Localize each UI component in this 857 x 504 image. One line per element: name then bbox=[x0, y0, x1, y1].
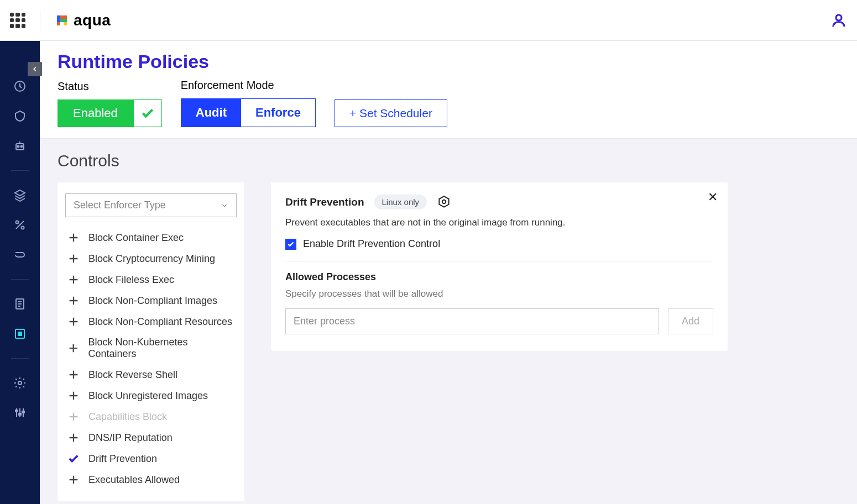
enforcer-type-select[interactable]: Select Enforcer Type bbox=[65, 193, 237, 217]
topbar-divider bbox=[40, 10, 40, 31]
topbar: aqua bbox=[0, 0, 857, 41]
plus-icon bbox=[67, 232, 80, 244]
plus-icon bbox=[67, 474, 80, 486]
status-group: Status Enabled bbox=[58, 80, 162, 127]
plus-icon bbox=[67, 342, 79, 354]
sidebar-divider-3 bbox=[11, 358, 29, 359]
controls-list: Block Container ExecBlock Cryptocurrency… bbox=[65, 227, 237, 490]
control-item[interactable]: Block Non-Compliant Resources bbox=[65, 311, 237, 332]
plus-icon bbox=[67, 432, 80, 444]
enforcement-mode-toggle: Audit Enforce bbox=[181, 98, 316, 127]
content-area: Controls Select Enforcer Type Block Cont… bbox=[40, 139, 857, 504]
close-icon[interactable]: ✕ bbox=[708, 190, 718, 204]
svg-rect-11 bbox=[15, 410, 18, 412]
sidebar-item-dashboard[interactable] bbox=[12, 78, 28, 94]
main-content: Runtime Policies Status Enabled Enforcem… bbox=[40, 41, 857, 504]
content-row: Select Enforcer Type Block Container Exe… bbox=[58, 182, 839, 501]
spacer bbox=[335, 80, 447, 93]
control-item[interactable]: Block Container Exec bbox=[65, 227, 237, 248]
set-scheduler-button[interactable]: + Set Scheduler bbox=[335, 99, 447, 127]
control-item-label: Block Non-Kubernetes Containers bbox=[88, 337, 234, 360]
plus-icon bbox=[67, 369, 80, 381]
svg-point-6 bbox=[22, 227, 24, 229]
control-item[interactable]: Block Non-Kubernetes Containers bbox=[65, 332, 237, 364]
control-item[interactable]: Drift Prevention bbox=[65, 448, 237, 469]
svg-point-4 bbox=[21, 146, 23, 148]
enable-checkbox-row[interactable]: Enable Drift Prevention Control bbox=[285, 238, 713, 250]
checkbox-icon bbox=[285, 239, 296, 250]
plus-icon bbox=[67, 316, 80, 328]
sidebar-divider-2 bbox=[11, 279, 29, 280]
apps-grid-icon[interactable] bbox=[10, 13, 25, 28]
svg-point-5 bbox=[16, 221, 19, 224]
add-process-button[interactable]: Add bbox=[668, 308, 713, 334]
shield-hex-icon bbox=[437, 195, 451, 209]
control-item-label: Block Cryptocurrency Mining bbox=[88, 253, 215, 265]
plus-icon bbox=[67, 274, 80, 286]
logo-icon bbox=[55, 13, 69, 28]
sidebar-item-percent[interactable] bbox=[12, 217, 28, 233]
control-item[interactable]: DNS/IP Reputation bbox=[65, 427, 237, 448]
status-value: Enabled bbox=[58, 99, 133, 127]
svg-point-0 bbox=[836, 15, 842, 20]
controls-panel: Select Enforcer Type Block Container Exe… bbox=[58, 182, 244, 501]
user-icon[interactable] bbox=[830, 12, 847, 29]
control-item-label: DNS/IP Reputation bbox=[88, 432, 173, 444]
control-item-label: Block Non-Compliant Resources bbox=[88, 316, 232, 328]
sidebar-item-swap[interactable] bbox=[12, 247, 28, 262]
topbar-left: aqua bbox=[10, 10, 111, 31]
control-item-label: Block Unregistered Images bbox=[88, 390, 208, 402]
control-item-label: Capabilities Block bbox=[88, 411, 167, 423]
check-icon bbox=[67, 453, 80, 465]
control-item-label: Block Fileless Exec bbox=[88, 274, 174, 286]
status-enabled-badge[interactable]: Enabled bbox=[58, 99, 162, 127]
control-detail-panel: ✕ Drift Prevention Linux only Prevent ex… bbox=[271, 182, 728, 351]
detail-description: Prevent executables that are not in the … bbox=[285, 217, 713, 228]
sidebar-item-shield[interactable] bbox=[12, 108, 28, 124]
detail-title: Drift Prevention bbox=[285, 196, 364, 208]
plus-icon bbox=[67, 295, 80, 307]
enforcement-label: Enforcement Mode bbox=[181, 79, 316, 92]
control-item[interactable]: Block Reverse Shell bbox=[65, 364, 237, 385]
page-header: Runtime Policies Status Enabled Enforcem… bbox=[40, 41, 857, 139]
select-placeholder: Select Enforcer Type bbox=[74, 200, 166, 211]
sidebar-item-sliders[interactable] bbox=[12, 405, 28, 421]
svg-point-3 bbox=[18, 146, 19, 148]
sidebar bbox=[0, 41, 40, 504]
svg-point-10 bbox=[18, 381, 22, 385]
chevron-down-icon bbox=[221, 202, 228, 209]
status-label: Status bbox=[58, 80, 162, 93]
control-item[interactable]: Block Fileless Exec bbox=[65, 269, 237, 290]
sidebar-item-box-active[interactable] bbox=[12, 326, 28, 342]
svg-point-14 bbox=[442, 200, 446, 203]
control-item-label: Drift Prevention bbox=[88, 453, 157, 465]
control-item-label: Block Reverse Shell bbox=[88, 369, 177, 381]
sidebar-item-file[interactable] bbox=[12, 296, 28, 312]
logo[interactable]: aqua bbox=[55, 12, 111, 29]
svg-rect-9 bbox=[18, 332, 22, 335]
page-title: Runtime Policies bbox=[58, 51, 839, 72]
sidebar-collapse-button[interactable] bbox=[28, 62, 42, 76]
control-item[interactable]: Executables Allowed bbox=[65, 469, 237, 490]
control-item[interactable]: Block Non-Compliant Images bbox=[65, 290, 237, 311]
control-item-label: Block Container Exec bbox=[88, 232, 184, 244]
process-input[interactable] bbox=[285, 308, 659, 334]
mode-audit-button[interactable]: Audit bbox=[181, 99, 241, 127]
sidebar-item-layers[interactable] bbox=[12, 187, 28, 203]
control-item[interactable]: Block Unregistered Images bbox=[65, 385, 237, 406]
control-item[interactable]: Block Cryptocurrency Mining bbox=[65, 248, 237, 269]
enforcement-group: Enforcement Mode Audit Enforce bbox=[181, 79, 316, 127]
check-icon bbox=[133, 99, 162, 127]
platform-badge: Linux only bbox=[374, 195, 427, 209]
plus-icon bbox=[67, 253, 80, 265]
sidebar-item-settings[interactable] bbox=[12, 375, 28, 391]
logo-text: aqua bbox=[74, 12, 111, 29]
mode-enforce-button[interactable]: Enforce bbox=[241, 99, 315, 127]
plus-icon bbox=[67, 411, 80, 423]
sidebar-item-robot[interactable] bbox=[12, 138, 28, 154]
checkbox-label: Enable Drift Prevention Control bbox=[303, 238, 440, 250]
process-input-row: Add bbox=[285, 308, 713, 334]
plus-icon bbox=[67, 390, 80, 402]
allowed-processes-desc: Specify processes that will be allowed bbox=[285, 288, 713, 300]
scheduler-group: + Set Scheduler bbox=[335, 80, 447, 127]
